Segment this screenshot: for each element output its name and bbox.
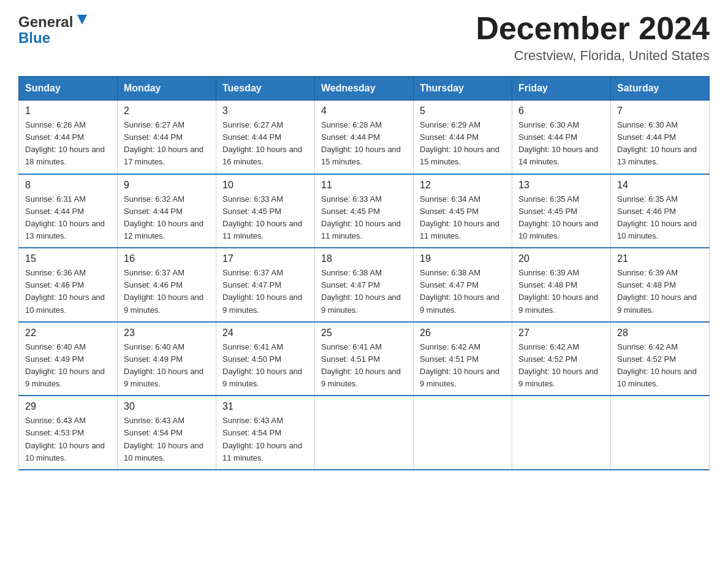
day-info: Sunrise: 6:39 AMSunset: 4:48 PMDaylight:…	[518, 267, 604, 316]
day-cell: 7Sunrise: 6:30 AMSunset: 4:44 PMDaylight…	[611, 101, 710, 174]
day-number: 19	[420, 253, 506, 264]
day-info: Sunrise: 6:39 AMSunset: 4:48 PMDaylight:…	[617, 267, 703, 316]
day-cell: 2Sunrise: 6:27 AMSunset: 4:44 PMDaylight…	[118, 101, 216, 174]
day-header-saturday: Saturday	[611, 77, 710, 101]
day-cell	[611, 396, 710, 470]
day-cell: 27Sunrise: 6:42 AMSunset: 4:52 PMDayligh…	[512, 322, 611, 396]
day-cell	[315, 396, 414, 470]
day-cell: 29Sunrise: 6:43 AMSunset: 4:53 PMDayligh…	[19, 396, 118, 470]
day-number: 11	[321, 180, 407, 191]
day-info: Sunrise: 6:31 AMSunset: 4:44 PMDaylight:…	[25, 193, 111, 243]
logo-svg: General Blue	[18, 12, 92, 46]
day-cell: 25Sunrise: 6:41 AMSunset: 4:51 PMDayligh…	[315, 322, 414, 396]
week-row-1: 1Sunrise: 6:26 AMSunset: 4:44 PMDaylight…	[19, 101, 710, 174]
day-cell: 10Sunrise: 6:33 AMSunset: 4:45 PMDayligh…	[216, 174, 315, 248]
location-title: Crestview, Florida, United States	[476, 48, 710, 64]
day-number: 17	[222, 253, 308, 264]
day-cell: 16Sunrise: 6:37 AMSunset: 4:46 PMDayligh…	[118, 248, 216, 322]
logo: General Blue	[18, 12, 92, 46]
day-header-monday: Monday	[118, 77, 216, 101]
day-number: 12	[420, 180, 506, 191]
day-cell: 9Sunrise: 6:32 AMSunset: 4:44 PMDaylight…	[118, 174, 216, 248]
day-cell: 17Sunrise: 6:37 AMSunset: 4:47 PMDayligh…	[216, 248, 315, 322]
page-header: General Blue December 2024 Crestview, Fl…	[18, 12, 710, 64]
week-row-2: 8Sunrise: 6:31 AMSunset: 4:44 PMDaylight…	[19, 174, 710, 248]
svg-text:Blue: Blue	[18, 29, 50, 46]
day-cell: 22Sunrise: 6:40 AMSunset: 4:49 PMDayligh…	[19, 322, 118, 396]
day-cell: 15Sunrise: 6:36 AMSunset: 4:46 PMDayligh…	[19, 248, 118, 322]
day-cell: 5Sunrise: 6:29 AMSunset: 4:44 PMDaylight…	[414, 101, 512, 174]
day-number: 6	[518, 105, 604, 117]
day-info: Sunrise: 6:37 AMSunset: 4:47 PMDaylight:…	[222, 267, 308, 316]
day-cell: 28Sunrise: 6:42 AMSunset: 4:52 PMDayligh…	[611, 322, 710, 396]
day-number: 5	[420, 105, 506, 117]
day-info: Sunrise: 6:29 AMSunset: 4:44 PMDaylight:…	[420, 119, 506, 169]
day-info: Sunrise: 6:43 AMSunset: 4:53 PMDaylight:…	[25, 415, 111, 464]
day-number: 30	[124, 401, 210, 412]
day-number: 15	[25, 253, 111, 264]
day-number: 4	[321, 105, 407, 117]
day-header-friday: Friday	[512, 77, 611, 101]
day-info: Sunrise: 6:38 AMSunset: 4:47 PMDaylight:…	[420, 267, 506, 316]
day-info: Sunrise: 6:36 AMSunset: 4:46 PMDaylight:…	[25, 267, 111, 316]
day-info: Sunrise: 6:27 AMSunset: 4:44 PMDaylight:…	[222, 119, 308, 169]
day-number: 28	[617, 327, 703, 339]
day-number: 23	[124, 327, 210, 339]
day-cell: 30Sunrise: 6:43 AMSunset: 4:54 PMDayligh…	[118, 396, 216, 470]
day-info: Sunrise: 6:33 AMSunset: 4:45 PMDaylight:…	[321, 193, 407, 243]
day-number: 29	[25, 401, 111, 412]
day-cell: 21Sunrise: 6:39 AMSunset: 4:48 PMDayligh…	[611, 248, 710, 322]
day-info: Sunrise: 6:40 AMSunset: 4:49 PMDaylight:…	[124, 341, 210, 391]
day-number: 25	[321, 327, 407, 339]
day-cell: 23Sunrise: 6:40 AMSunset: 4:49 PMDayligh…	[118, 322, 216, 396]
day-info: Sunrise: 6:41 AMSunset: 4:50 PMDaylight:…	[222, 341, 308, 391]
day-info: Sunrise: 6:42 AMSunset: 4:52 PMDaylight:…	[518, 341, 604, 391]
week-row-5: 29Sunrise: 6:43 AMSunset: 4:53 PMDayligh…	[19, 396, 710, 470]
day-info: Sunrise: 6:43 AMSunset: 4:54 PMDaylight:…	[222, 415, 308, 464]
day-number: 9	[124, 180, 210, 191]
month-title: December 2024	[476, 12, 710, 44]
day-number: 31	[222, 401, 308, 412]
day-info: Sunrise: 6:43 AMSunset: 4:54 PMDaylight:…	[124, 415, 210, 464]
day-header-sunday: Sunday	[19, 77, 118, 101]
day-info: Sunrise: 6:32 AMSunset: 4:44 PMDaylight:…	[124, 193, 210, 243]
day-number: 22	[25, 327, 111, 339]
day-info: Sunrise: 6:30 AMSunset: 4:44 PMDaylight:…	[617, 119, 703, 169]
day-number: 16	[124, 253, 210, 264]
day-number: 10	[222, 180, 308, 191]
day-number: 14	[617, 180, 703, 191]
day-info: Sunrise: 6:38 AMSunset: 4:47 PMDaylight:…	[321, 267, 407, 316]
day-info: Sunrise: 6:35 AMSunset: 4:46 PMDaylight:…	[617, 193, 703, 243]
day-number: 1	[25, 105, 111, 117]
day-cell: 14Sunrise: 6:35 AMSunset: 4:46 PMDayligh…	[611, 174, 710, 248]
day-cell: 24Sunrise: 6:41 AMSunset: 4:50 PMDayligh…	[216, 322, 315, 396]
day-cell: 11Sunrise: 6:33 AMSunset: 4:45 PMDayligh…	[315, 174, 414, 248]
week-row-4: 22Sunrise: 6:40 AMSunset: 4:49 PMDayligh…	[19, 322, 710, 396]
day-info: Sunrise: 6:28 AMSunset: 4:44 PMDaylight:…	[321, 119, 407, 169]
day-info: Sunrise: 6:34 AMSunset: 4:45 PMDaylight:…	[420, 193, 506, 243]
day-cell: 8Sunrise: 6:31 AMSunset: 4:44 PMDaylight…	[19, 174, 118, 248]
day-cell: 1Sunrise: 6:26 AMSunset: 4:44 PMDaylight…	[19, 101, 118, 174]
week-row-3: 15Sunrise: 6:36 AMSunset: 4:46 PMDayligh…	[19, 248, 710, 322]
day-number: 7	[617, 105, 703, 117]
day-number: 27	[518, 327, 604, 339]
day-info: Sunrise: 6:35 AMSunset: 4:45 PMDaylight:…	[518, 193, 604, 243]
day-number: 20	[518, 253, 604, 264]
day-cell: 19Sunrise: 6:38 AMSunset: 4:47 PMDayligh…	[414, 248, 512, 322]
day-number: 13	[518, 180, 604, 191]
day-number: 2	[124, 105, 210, 117]
calendar-table: SundayMondayTuesdayWednesdayThursdayFrid…	[18, 76, 710, 470]
day-cell: 31Sunrise: 6:43 AMSunset: 4:54 PMDayligh…	[216, 396, 315, 470]
day-number: 24	[222, 327, 308, 339]
day-number: 18	[321, 253, 407, 264]
day-info: Sunrise: 6:27 AMSunset: 4:44 PMDaylight:…	[124, 119, 210, 169]
day-info: Sunrise: 6:37 AMSunset: 4:46 PMDaylight:…	[124, 267, 210, 316]
title-block: December 2024 Crestview, Florida, United…	[476, 12, 710, 64]
day-info: Sunrise: 6:40 AMSunset: 4:49 PMDaylight:…	[25, 341, 111, 391]
day-header-tuesday: Tuesday	[216, 77, 315, 101]
day-number: 21	[617, 253, 703, 264]
day-cell: 6Sunrise: 6:30 AMSunset: 4:44 PMDaylight…	[512, 101, 611, 174]
day-cell: 12Sunrise: 6:34 AMSunset: 4:45 PMDayligh…	[414, 174, 512, 248]
day-cell: 4Sunrise: 6:28 AMSunset: 4:44 PMDaylight…	[315, 101, 414, 174]
day-info: Sunrise: 6:42 AMSunset: 4:51 PMDaylight:…	[420, 341, 506, 391]
